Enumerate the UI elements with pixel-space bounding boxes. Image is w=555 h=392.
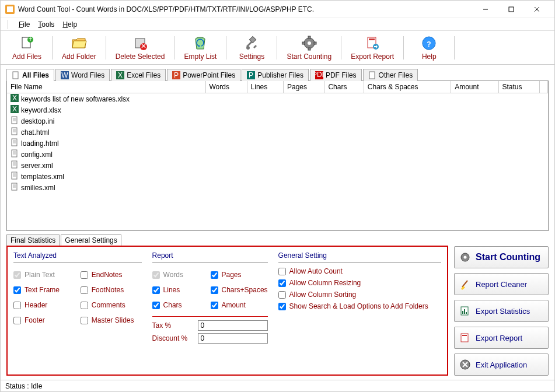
chk-col-sort[interactable]: Allow Column Sorting [278,290,441,299]
chk-footnotes[interactable]: FootNotes [81,286,142,294]
add-folder-button[interactable]: Add Folder [57,34,101,62]
col-lines[interactable]: Lines [247,81,283,93]
chk-text-frame[interactable]: Text Frame [13,286,75,294]
tab-pdf-files[interactable]: PDFPDF Files [310,69,362,81]
chk-master-slides[interactable]: Master Slides [81,316,142,324]
col-pages[interactable]: Pages [283,81,324,93]
export-report-icon [364,35,381,51]
chk-chars[interactable]: Chars [152,301,205,309]
chk-lines[interactable]: Lines [152,286,205,294]
file-icon: X [11,94,19,104]
exit-label: Exit Application [476,360,527,369]
delete-selected-label: Delete Selected [116,52,165,61]
start-counting-button[interactable]: Start Counting [282,34,336,62]
col-charsspaces[interactable]: Chars & Spaces [364,81,451,93]
chk-words[interactable]: Words [152,271,205,279]
group-text-analyzed: Text Analyzed Plain Text EndNotes Text F… [11,250,144,371]
table-row[interactable]: desktop.ini [7,116,548,127]
settings-button[interactable]: Settings [231,34,272,62]
svg-rect-64 [12,172,17,179]
file-table-container: File Name Words Lines Pages Chars Chars … [6,80,549,231]
svg-rect-19 [308,48,310,50]
menu-tools[interactable]: Tools [38,20,54,29]
file-type-tabs: All Files WWord Files XExcel Files PPowe… [1,67,554,81]
table-row[interactable]: Xkeyword.xlsx [7,104,548,116]
add-files-button[interactable]: + Add Files [6,34,47,62]
chk-pages[interactable]: Pages [211,271,268,279]
broom-icon [459,278,471,290]
delete-selected-button[interactable]: ✕ Delete Selected [111,34,170,62]
export-statistics-action[interactable]: Export Statistics [454,300,549,322]
col-chars[interactable]: Chars [324,81,364,93]
table-row[interactable]: config.xml [7,149,548,160]
tab-final-statistics[interactable]: Final Statistics [6,235,60,246]
start-counting-action[interactable]: Start Counting [454,246,549,268]
toolbar: + Add Files Add Folder ✕ Delete Selected… [1,31,554,65]
chk-header[interactable]: Header [13,301,75,309]
svg-rect-3 [509,7,514,12]
tab-excel-files[interactable]: XExcel Files [111,69,166,81]
chk-col-resize[interactable]: Allow Column Resizing [278,279,441,287]
col-words[interactable]: Words [205,81,247,93]
menu-file[interactable]: File [19,20,30,29]
svg-line-74 [462,281,467,287]
tab-ppt-files[interactable]: PPowerPoint Files [167,69,240,81]
chk-comments[interactable]: Comments [81,301,142,309]
chk-charsspaces[interactable]: Chars+Spaces [211,286,268,294]
add-folder-icon [71,35,87,51]
table-row[interactable]: templates.xml [7,171,548,182]
chk-endnotes[interactable]: EndNotes [81,271,142,279]
tab-other-files[interactable]: Other Files [363,69,418,81]
table-row[interactable]: server.xml [7,160,548,171]
tax-input[interactable] [198,320,268,331]
chk-show-search[interactable]: Show Search & Load Options to Add Folder… [278,302,441,310]
table-row[interactable]: Xkeywords list of new softwares.xlsx [7,93,548,105]
close-button[interactable] [524,1,550,18]
empty-list-button[interactable]: Empty List [179,34,221,62]
discount-input[interactable] [198,333,268,344]
svg-rect-44 [12,117,17,124]
exit-application-action[interactable]: Exit Application [454,354,549,376]
minimize-button[interactable] [473,1,498,18]
col-status[interactable]: Status [498,81,539,93]
window-title: Word Count Tool - Count Words in DOC/XLS… [18,5,473,13]
file-icon [11,172,19,181]
svg-rect-48 [12,128,17,135]
table-row[interactable]: loading.html [7,138,548,149]
svg-point-17 [308,41,311,45]
svg-rect-68 [12,183,17,190]
add-files-icon: + [19,35,35,51]
titlebar: Word Count Tool - Count Words in DOC/XLS… [1,1,554,18]
group-title: Report [152,251,268,260]
export-report-action[interactable]: Export Report [454,327,549,349]
chk-amount[interactable]: Amount [211,301,268,309]
tab-word-files[interactable]: WWord Files [55,69,110,81]
tab-publisher-files[interactable]: PPublisher Files [242,69,309,81]
table-row[interactable]: chat.html [7,127,548,138]
tab-all-files[interactable]: All Files [6,69,54,81]
pdf-icon: PDF [315,71,323,79]
svg-text:X: X [12,105,17,113]
svg-text:P: P [174,71,179,79]
svg-point-73 [464,256,467,259]
help-button[interactable]: ? Help [409,34,449,62]
col-amount[interactable]: Amount [451,81,498,93]
maximize-button[interactable] [498,1,524,18]
chk-plain-text[interactable]: Plain Text [13,271,75,279]
empty-list-icon [192,35,208,51]
menu-help[interactable]: Help [62,20,77,29]
export-report-button[interactable]: Export Report [346,34,399,62]
chk-footer[interactable]: Footer [13,316,75,324]
file-icon: X [11,105,19,115]
chk-auto-count[interactable]: Allow Auto Count [278,267,441,275]
table-row[interactable]: smilies.xml [7,182,548,193]
group-title: General Setting [278,251,441,260]
tab-general-settings[interactable]: General Settings [61,235,121,246]
file-name: chat.html [21,128,50,136]
report-cleaner-action[interactable]: Report Cleaner [454,273,549,295]
file-icon [11,149,19,159]
bottom-tabs: Final Statistics General Settings [1,235,554,246]
col-filename[interactable]: File Name [7,81,205,93]
file-table: File Name Words Lines Pages Chars Chars … [7,81,548,193]
file-name: loading.html [21,139,59,148]
